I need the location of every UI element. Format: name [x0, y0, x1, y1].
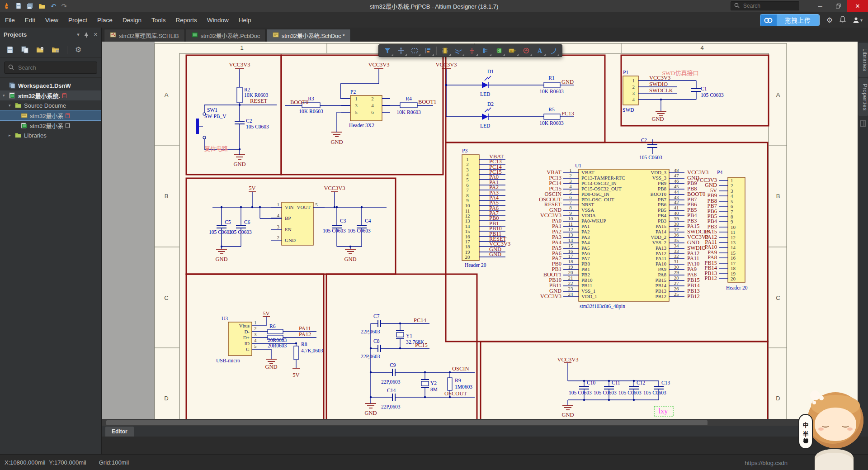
junction-dot[interactable]	[370, 396, 372, 398]
pin-number[interactable]: 5	[254, 343, 257, 349]
designator[interactable]: C3	[340, 218, 346, 223]
designator[interactable]: R5	[548, 107, 555, 112]
designator[interactable]: 105 C0603	[348, 228, 371, 233]
pin-name[interactable]: ID	[244, 341, 250, 346]
junction-dot[interactable]	[399, 323, 401, 324]
designator[interactable]: Y1	[406, 333, 412, 338]
pin-name[interactable]: D-	[244, 329, 250, 334]
select-rect-icon[interactable]	[408, 45, 421, 57]
pin-name[interactable]: VOUT	[297, 204, 311, 210]
pin-number[interactable]: 23	[568, 286, 574, 291]
designator[interactable]: Header 3X2	[349, 123, 374, 128]
pin-number[interactable]: 3	[569, 178, 572, 184]
pin-name[interactable]: PA1	[581, 223, 590, 229]
pin-name[interactable]: PB13	[656, 288, 667, 294]
pin-number[interactable]: 9	[731, 219, 733, 224]
junction-dot[interactable]	[399, 347, 401, 349]
pin-name[interactable]: PD0-OSC_IN	[581, 191, 609, 197]
designator[interactable]: 10K R0603	[396, 109, 421, 115]
pin-number[interactable]: 34	[674, 243, 679, 248]
pin-number[interactable]: 20	[731, 276, 736, 281]
designator[interactable]: C8	[373, 338, 380, 344]
pin-name[interactable]: VDD_1	[581, 294, 597, 299]
designator[interactable]: 105 C0603	[701, 92, 724, 98]
pin-name[interactable]: PA7	[581, 256, 590, 261]
component-outline[interactable]	[421, 381, 429, 386]
designator[interactable]: C14	[387, 388, 396, 393]
pin-name[interactable]: PB12	[656, 294, 666, 299]
save-all-icon[interactable]	[27, 3, 33, 9]
pin-name[interactable]: D+	[243, 335, 250, 340]
pin-name[interactable]: VSS_3	[652, 175, 667, 180]
pin-name[interactable]: VSS_1	[581, 288, 595, 294]
pin-number[interactable]: 40	[674, 210, 679, 216]
search-input[interactable]	[742, 2, 796, 9]
chevron-down-icon[interactable]: ▾	[77, 32, 80, 38]
panel-search[interactable]	[4, 62, 97, 74]
pin-number[interactable]: 29	[674, 270, 679, 275]
menu-item[interactable]: Place	[92, 12, 118, 28]
menu-item[interactable]: File	[0, 12, 20, 28]
open-folder-icon[interactable]	[36, 47, 44, 53]
net-label[interactable]: PB12	[687, 293, 700, 299]
pin-number[interactable]: 4	[731, 193, 733, 199]
place-text-icon[interactable]: A	[533, 45, 547, 57]
net-label[interactable]: GND	[364, 410, 377, 416]
menu-item[interactable]: Window	[202, 12, 234, 28]
net-label[interactable]: VCC3V3	[368, 62, 389, 68]
menu-item[interactable]: Edit	[20, 12, 40, 28]
junction-dot[interactable]	[336, 206, 338, 208]
pin-number[interactable]: 10	[465, 203, 471, 208]
pin-number[interactable]: 45	[674, 184, 679, 189]
pin-number[interactable]: 11	[568, 221, 573, 227]
gear-icon[interactable]: ⚙	[826, 16, 833, 24]
pin-number[interactable]: 1	[277, 202, 280, 207]
junction-dot[interactable]	[449, 371, 451, 373]
designator[interactable]: 1M0603	[455, 384, 472, 389]
pin-name[interactable]: EN	[285, 227, 292, 232]
tree-item-workspace[interactable]: Workspace1.DsnW	[0, 81, 101, 90]
pin-number[interactable]: 16	[731, 255, 736, 261]
designator[interactable]: U1	[575, 163, 581, 168]
folder-settings-icon[interactable]	[52, 47, 59, 53]
pin-number[interactable]: 2	[371, 96, 374, 101]
pin-name[interactable]: PA4	[581, 240, 590, 245]
designator[interactable]: 105 C0603	[594, 390, 617, 395]
pin-number[interactable]: 2	[632, 84, 635, 90]
pin-number[interactable]: 4	[632, 97, 635, 102]
pin-number[interactable]: 20	[568, 270, 574, 275]
junction-dot[interactable]	[370, 347, 372, 349]
junction-dot[interactable]	[608, 399, 610, 401]
place-part-icon[interactable]	[438, 45, 452, 57]
designator[interactable]: 10K R0603	[539, 120, 564, 126]
redo-icon[interactable]: ↷	[61, 3, 67, 9]
designator[interactable]: C?	[641, 138, 647, 143]
tree-item-source-documents[interactable]: ▾ Source Docume	[0, 100, 101, 110]
undo-icon[interactable]: ↶	[51, 3, 57, 9]
pin-name[interactable]: PA0-WKUP	[581, 218, 606, 223]
pin-name[interactable]: PB6	[658, 202, 666, 207]
pin-number[interactable]: 18	[465, 244, 471, 249]
pin-name[interactable]: PB5	[658, 207, 666, 213]
designator[interactable]: C13	[661, 380, 670, 385]
place-sheet-symbol-icon[interactable]	[492, 45, 506, 57]
junction-dot[interactable]	[583, 399, 585, 401]
designator[interactable]: LED	[480, 91, 490, 97]
net-label[interactable]: GND	[330, 139, 343, 145]
designator[interactable]: 22P,0603	[361, 354, 380, 360]
pin-name[interactable]: VBAT	[581, 170, 594, 175]
designator[interactable]: D2	[487, 101, 494, 107]
designator[interactable]: C6	[244, 219, 250, 225]
pin-name[interactable]: PB11	[581, 283, 592, 288]
save-icon[interactable]	[15, 3, 22, 9]
switch-contact[interactable]	[203, 136, 206, 139]
pin-name[interactable]: PB15	[656, 277, 667, 283]
pin-name[interactable]: PB9	[658, 180, 666, 186]
net-label[interactable]: GND	[651, 116, 664, 122]
move-cross-icon[interactable]	[394, 45, 408, 57]
pin-name[interactable]: PA15	[656, 223, 667, 229]
menu-item[interactable]: Reports	[170, 12, 202, 28]
designator[interactable]: R9	[455, 378, 461, 383]
compare-icon[interactable]	[21, 46, 28, 53]
net-label[interactable]: VCC3V3	[557, 356, 578, 363]
